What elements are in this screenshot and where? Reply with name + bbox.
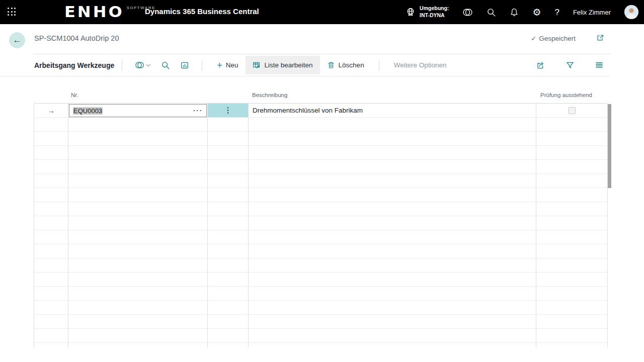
- row-selector-cell[interactable]: [34, 202, 68, 216]
- filter-icon[interactable]: [560, 61, 580, 70]
- nr-cell[interactable]: [68, 132, 208, 145]
- app-launcher-icon[interactable]: [8, 8, 16, 16]
- search-list-icon[interactable]: [156, 61, 175, 70]
- row-selector-cell[interactable]: [34, 160, 68, 173]
- nr-input[interactable]: EQU0003 ···: [69, 104, 207, 117]
- current-row-arrow-icon: →: [47, 106, 55, 115]
- row-selector-cell[interactable]: [34, 258, 68, 272]
- help-icon[interactable]: ?: [554, 8, 559, 17]
- copilot-icon[interactable]: [462, 7, 473, 18]
- pruefung-checkbox[interactable]: [569, 107, 576, 114]
- notifications-bell-icon[interactable]: [510, 8, 519, 17]
- beschreibung-cell[interactable]: Drehmomentschlüssel von Fabrikam: [249, 104, 536, 117]
- new-button[interactable]: + Neu: [210, 56, 245, 74]
- beschreibung-cell[interactable]: [249, 287, 536, 300]
- nr-cell[interactable]: [68, 146, 208, 159]
- logo-text: ENHO: [64, 3, 124, 21]
- nr-value: EQU0003: [73, 107, 103, 115]
- beschreibung-cell[interactable]: [249, 329, 536, 342]
- edit-list-button[interactable]: Liste bearbeiten: [246, 56, 320, 74]
- beschreibung-cell[interactable]: [249, 202, 536, 216]
- copilot-actions-button[interactable]: [130, 60, 156, 70]
- edit-list-icon: [253, 61, 261, 69]
- table-row-empty: [34, 329, 608, 343]
- table-row-empty: [34, 343, 608, 347]
- app-title[interactable]: Dynamics 365 Business Central: [145, 7, 259, 16]
- row-options-cell[interactable]: [208, 104, 249, 117]
- beschreibung-cell[interactable]: [249, 343, 536, 347]
- nr-cell[interactable]: [68, 188, 208, 202]
- pruefung-cell: [536, 230, 608, 244]
- table-row-empty: [34, 287, 608, 301]
- beschreibung-cell[interactable]: [249, 216, 536, 230]
- separator: [379, 60, 379, 71]
- share-icon[interactable]: [531, 61, 550, 70]
- row-selector-cell[interactable]: [34, 118, 68, 131]
- row-selector-cell[interactable]: [34, 132, 68, 145]
- column-header-nr[interactable]: Nr.: [71, 92, 78, 98]
- row-options-cell: [208, 273, 249, 286]
- nr-cell[interactable]: [68, 230, 208, 244]
- beschreibung-cell[interactable]: [249, 118, 536, 131]
- layout-options-icon[interactable]: [590, 61, 609, 69]
- nr-cell[interactable]: [68, 202, 208, 216]
- row-selector-cell[interactable]: [34, 244, 68, 258]
- nr-cell[interactable]: [68, 216, 208, 230]
- beschreibung-cell[interactable]: [249, 174, 536, 188]
- settings-gear-icon[interactable]: ⚙: [532, 8, 541, 17]
- row-selector-cell[interactable]: →: [34, 104, 68, 117]
- row-selector-cell[interactable]: [34, 273, 68, 286]
- user-avatar[interactable]: [624, 5, 638, 19]
- nr-cell[interactable]: [68, 174, 208, 188]
- delete-button[interactable]: Löschen: [320, 56, 371, 74]
- nr-cell[interactable]: [68, 244, 208, 258]
- row-selector-cell[interactable]: [34, 301, 68, 314]
- beschreibung-cell[interactable]: [249, 301, 536, 314]
- row-selector-cell[interactable]: [34, 146, 68, 159]
- beschreibung-cell[interactable]: [249, 258, 536, 272]
- row-options-cell: [208, 301, 249, 314]
- row-selector-cell[interactable]: [34, 230, 68, 244]
- nr-cell[interactable]: [68, 258, 208, 272]
- beschreibung-cell[interactable]: [249, 244, 536, 258]
- search-icon[interactable]: [487, 8, 496, 17]
- action-bar: Arbeitsgang Werkzeuge +: [0, 54, 644, 76]
- row-selector-cell[interactable]: [34, 287, 68, 300]
- beschreibung-cell[interactable]: [249, 160, 536, 173]
- pruefung-cell: [536, 315, 608, 328]
- row-options-cell: [208, 174, 249, 188]
- nr-cell[interactable]: [68, 343, 208, 347]
- nr-cell[interactable]: [68, 160, 208, 173]
- column-header-pruefung[interactable]: Prüfung ausstehend: [540, 92, 592, 98]
- beschreibung-cell[interactable]: [249, 273, 536, 286]
- analyze-icon[interactable]: [175, 61, 194, 70]
- vertical-scrollbar-thumb[interactable]: [608, 104, 611, 188]
- nr-cell[interactable]: [68, 273, 208, 286]
- environment-label: Umgebung: INT-DYNA: [420, 5, 449, 19]
- more-options-button[interactable]: Weitere Optionen: [387, 56, 454, 74]
- nr-cell[interactable]: [68, 329, 208, 342]
- user-name[interactable]: Felix Zimmer: [573, 9, 611, 16]
- nr-cell[interactable]: [68, 118, 208, 131]
- beschreibung-cell[interactable]: [249, 188, 536, 202]
- beschreibung-cell[interactable]: [249, 230, 536, 244]
- row-selector-cell[interactable]: [34, 329, 68, 342]
- pruefung-cell: [536, 343, 608, 347]
- nr-cell[interactable]: [68, 287, 208, 300]
- beschreibung-cell[interactable]: [249, 146, 536, 159]
- pruefung-cell: [536, 188, 608, 202]
- beschreibung-cell[interactable]: [249, 132, 536, 145]
- row-selector-cell[interactable]: [34, 174, 68, 188]
- back-button[interactable]: ←: [9, 32, 25, 48]
- row-selector-cell[interactable]: [34, 188, 68, 202]
- nr-cell[interactable]: [68, 315, 208, 328]
- column-header-beschreibung[interactable]: Beschreibung: [252, 92, 287, 98]
- row-selector-cell[interactable]: [34, 315, 68, 328]
- row-selector-cell[interactable]: [34, 216, 68, 230]
- pruefung-cell: [536, 132, 608, 145]
- row-options-cell: [208, 216, 249, 230]
- nr-cell[interactable]: [68, 301, 208, 314]
- open-in-new-window-icon[interactable]: [596, 34, 604, 42]
- beschreibung-cell[interactable]: [249, 315, 536, 328]
- row-selector-cell[interactable]: [34, 343, 68, 347]
